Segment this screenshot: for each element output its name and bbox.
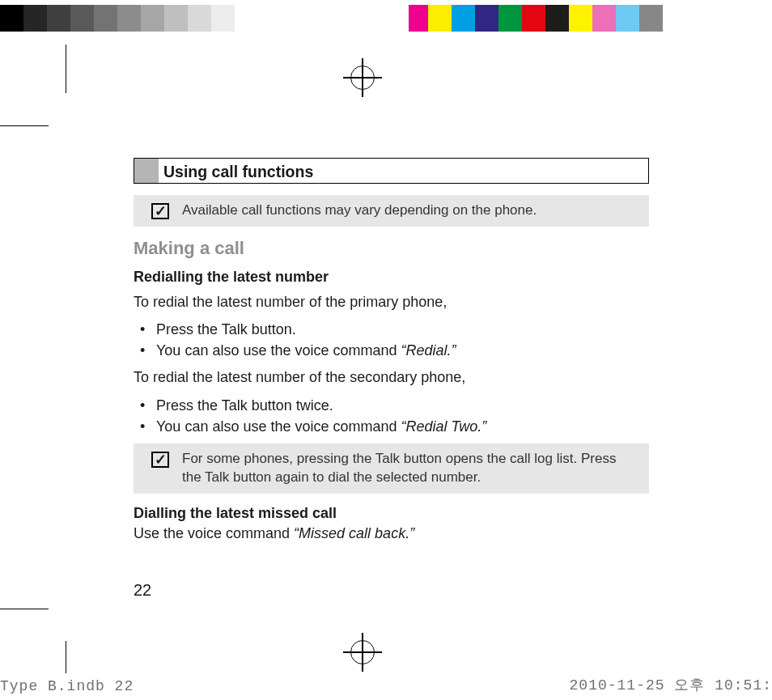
print-color-bar xyxy=(0,5,772,32)
crop-mark xyxy=(66,45,66,93)
note-text: For some phones, pressing the Talk butto… xyxy=(182,450,638,487)
section-title: Using call functions xyxy=(159,159,320,183)
paragraph: To redial the latest number of the secon… xyxy=(134,367,649,388)
crop-mark xyxy=(66,641,66,673)
list-item: You can also use the voice command “Redi… xyxy=(134,416,649,437)
note-text: Available call functions may vary depend… xyxy=(182,202,537,220)
note-box: ✓ Available call functions may vary depe… xyxy=(134,195,649,227)
voice-command: “Redial.” xyxy=(401,342,456,358)
section-tab xyxy=(134,159,159,183)
heading-3: Dialling the latest missed call xyxy=(134,505,649,522)
list-text: You can also use the voice command xyxy=(156,418,401,435)
page-number: 22 xyxy=(134,581,151,600)
crop-mark xyxy=(0,609,49,609)
list-text: Press the Talk button twice. xyxy=(156,397,333,414)
bullet-list: Press the Talk button twice. You can als… xyxy=(134,395,649,437)
list-text: Press the Talk button. xyxy=(156,321,296,337)
registration-mark-icon xyxy=(343,58,382,97)
paragraph-text: Use the voice command xyxy=(134,525,294,541)
footer-left: Type B.indb 22 xyxy=(0,678,134,694)
voice-command: “Missed call back.” xyxy=(294,525,414,541)
note-box: ✓ For some phones, pressing the Talk but… xyxy=(134,443,649,494)
registration-mark-icon xyxy=(343,633,382,672)
voice-command: “Redial Two.” xyxy=(401,418,487,435)
page-content: Using call functions ✓ Available call fu… xyxy=(134,158,649,550)
list-item: Press the Talk button. xyxy=(134,319,649,340)
bullet-list: Press the Talk button. You can also use … xyxy=(134,319,649,361)
paragraph: To redial the latest number of the prima… xyxy=(134,292,649,312)
section-header: Using call functions xyxy=(134,158,649,184)
footer-right: 2010-11-25 오후 10:51: xyxy=(570,675,772,694)
list-text: You can also use the voice command xyxy=(156,342,401,358)
heading-3: Redialling the latest number xyxy=(134,269,649,286)
list-item: You can also use the voice command “Redi… xyxy=(134,340,649,361)
crop-mark xyxy=(0,125,49,126)
paragraph: Use the voice command “Missed call back.… xyxy=(134,524,649,544)
checkmark-icon: ✓ xyxy=(151,452,169,468)
heading-2: Making a call xyxy=(134,238,649,259)
list-item: Press the Talk button twice. xyxy=(134,395,649,416)
checkmark-icon: ✓ xyxy=(151,203,169,219)
